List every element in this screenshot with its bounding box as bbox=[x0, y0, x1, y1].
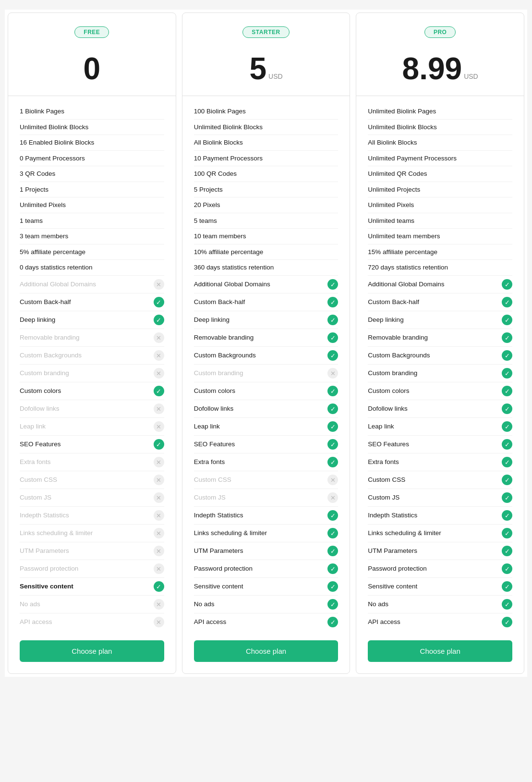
feature-row: Sensitive content✓ bbox=[20, 578, 164, 596]
feature-row: Removable branding✓ bbox=[368, 329, 512, 347]
feature-row: UTM Parameters✓ bbox=[194, 542, 339, 560]
check-icon: ✓ bbox=[327, 386, 338, 396]
feature-row: Unlimited Pixels bbox=[368, 197, 512, 213]
check-icon: ✓ bbox=[502, 297, 512, 307]
feature-row: 100 QR Codes bbox=[194, 166, 339, 182]
check-icon: ✓ bbox=[327, 350, 338, 361]
feature-name: Deep linking bbox=[20, 316, 55, 324]
cross-icon: ✕ bbox=[154, 457, 164, 467]
plan-card-free: FREE01 Biolink PagesUnlimited Biolink Bl… bbox=[8, 12, 176, 674]
divider-pro bbox=[356, 96, 524, 96]
feature-name: Extra fonts bbox=[194, 458, 225, 466]
feature-name: Unlimited Pixels bbox=[20, 201, 66, 209]
feature-row: Indepth Statistics✓ bbox=[194, 507, 339, 525]
feature-row: Custom branding✕ bbox=[20, 365, 164, 382]
feature-name: Dofollow links bbox=[194, 404, 234, 413]
feature-row: 20 Pixels bbox=[194, 197, 339, 213]
cross-icon: ✕ bbox=[154, 528, 164, 538]
feature-row: 10 team members bbox=[194, 229, 339, 244]
pricing-container: FREE01 Biolink PagesUnlimited Biolink Bl… bbox=[5, 10, 527, 677]
feature-name: Custom CSS bbox=[20, 476, 57, 484]
check-icon: ✓ bbox=[327, 599, 338, 610]
feature-name: Links scheduling & limiter bbox=[194, 529, 267, 538]
feature-row: UTM Parameters✓ bbox=[368, 542, 512, 560]
choose-plan-button-starter[interactable]: Choose plan bbox=[194, 640, 339, 662]
check-icon: ✓ bbox=[327, 617, 338, 627]
feature-name: Deep linking bbox=[194, 316, 230, 324]
cross-icon: ✕ bbox=[154, 546, 164, 556]
check-icon: ✓ bbox=[327, 510, 338, 521]
feature-name: Unlimited Pixels bbox=[368, 201, 414, 209]
price-area-starter: 5USD bbox=[194, 46, 339, 84]
feature-name: 0 days statistics retention bbox=[20, 263, 93, 272]
feature-row: Password protection✓ bbox=[194, 560, 339, 578]
feature-name: 720 days statistics retention bbox=[368, 263, 448, 272]
choose-plan-button-pro[interactable]: Choose plan bbox=[368, 640, 512, 662]
cross-icon: ✕ bbox=[154, 563, 164, 574]
feature-row: SEO Features✓ bbox=[194, 436, 339, 453]
cross-icon: ✕ bbox=[327, 492, 338, 503]
feature-name: All Biolink Blocks bbox=[368, 138, 417, 147]
feature-name: 5% affiliate percentage bbox=[20, 248, 85, 257]
feature-name: Indepth Statistics bbox=[368, 511, 417, 520]
check-icon: ✓ bbox=[154, 439, 164, 450]
cross-icon: ✕ bbox=[154, 403, 164, 414]
feature-row: API access✓ bbox=[194, 613, 339, 631]
check-icon: ✓ bbox=[502, 457, 512, 467]
feature-row: 0 days statistics retention bbox=[20, 260, 164, 276]
feature-name: 0 Payment Processors bbox=[20, 154, 85, 163]
feature-row: API access✓ bbox=[368, 613, 512, 631]
feature-name: Password protection bbox=[20, 564, 78, 573]
feature-name: Links scheduling & limiter bbox=[368, 529, 441, 538]
feature-row: Extra fonts✕ bbox=[20, 453, 164, 471]
feature-name: Unlimited Biolink Blocks bbox=[20, 123, 88, 132]
feature-row: Links scheduling & limiter✓ bbox=[368, 525, 512, 542]
feature-row: Deep linking✓ bbox=[20, 311, 164, 329]
feature-name: Leap link bbox=[20, 422, 46, 431]
feature-name: Additional Global Domains bbox=[194, 280, 270, 289]
feature-name: Unlimited Biolink Pages bbox=[368, 107, 436, 116]
feature-name: Dofollow links bbox=[20, 404, 60, 413]
feature-name: Additional Global Domains bbox=[368, 280, 444, 289]
feature-row: Unlimited Biolink Pages bbox=[368, 104, 512, 120]
plan-badge-free: FREE bbox=[74, 26, 109, 38]
features-list-pro: Unlimited Biolink PagesUnlimited Biolink… bbox=[368, 104, 512, 631]
feature-row: Dofollow links✓ bbox=[194, 400, 339, 418]
choose-plan-button-free[interactable]: Choose plan bbox=[20, 640, 164, 662]
feature-name: No ads bbox=[20, 600, 40, 609]
feature-row: Custom colors✓ bbox=[20, 382, 164, 400]
feature-name: UTM Parameters bbox=[368, 547, 417, 555]
feature-row: Links scheduling & limiter✓ bbox=[194, 525, 339, 542]
feature-name: Custom JS bbox=[20, 493, 51, 502]
feature-row: No ads✕ bbox=[20, 596, 164, 613]
check-icon: ✓ bbox=[502, 315, 512, 325]
feature-name: SEO Features bbox=[20, 440, 61, 449]
check-icon: ✓ bbox=[327, 457, 338, 467]
check-icon: ✓ bbox=[327, 403, 338, 414]
feature-row: API access✕ bbox=[20, 613, 164, 631]
feature-name: 16 Enabled Biolink Blocks bbox=[20, 138, 94, 147]
feature-row: Extra fonts✓ bbox=[194, 453, 339, 471]
feature-row: 5 teams bbox=[194, 213, 339, 229]
feature-row: Password protection✓ bbox=[368, 560, 512, 578]
cross-icon: ✕ bbox=[154, 510, 164, 521]
feature-name: Custom JS bbox=[194, 493, 226, 502]
feature-row: Dofollow links✓ bbox=[368, 400, 512, 418]
feature-row: 10% affiliate percentage bbox=[194, 244, 339, 260]
feature-row: Custom Back-half✓ bbox=[20, 293, 164, 311]
check-icon: ✓ bbox=[502, 475, 512, 485]
feature-row: Additional Global Domains✓ bbox=[368, 276, 512, 293]
feature-row: Custom Back-half✓ bbox=[368, 293, 512, 311]
feature-name: 15% affiliate percentage bbox=[368, 248, 437, 257]
feature-name: 100 Biolink Pages bbox=[194, 107, 246, 116]
feature-name: Custom branding bbox=[194, 369, 243, 378]
feature-row: Custom colors✓ bbox=[368, 382, 512, 400]
feature-name: Unlimited Biolink Blocks bbox=[368, 123, 436, 132]
feature-name: API access bbox=[20, 618, 52, 626]
feature-row: Custom Back-half✓ bbox=[194, 293, 339, 311]
price-area-pro: 8.99USD bbox=[368, 46, 512, 84]
check-icon: ✓ bbox=[327, 315, 338, 325]
feature-row: Indepth Statistics✓ bbox=[368, 507, 512, 525]
feature-name: Indepth Statistics bbox=[20, 511, 69, 520]
feature-row: SEO Features✓ bbox=[368, 436, 512, 453]
